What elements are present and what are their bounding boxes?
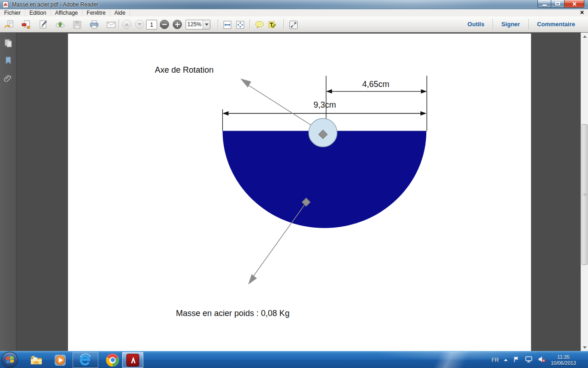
taskbar-adobe-reader-button[interactable] (122, 352, 143, 368)
window-title: Masse en acier.pdf - Adobe Reader (12, 1, 98, 8)
adobe-reader-icon (126, 354, 139, 367)
windows-media-player-icon (54, 354, 67, 367)
clock[interactable]: 11:35 10/06/2013 (551, 354, 576, 366)
sign-icon (38, 19, 49, 30)
page-number-input[interactable] (146, 20, 157, 29)
zoom-in-button[interactable] (173, 20, 182, 29)
maximize-icon (555, 2, 560, 6)
fit-width-button[interactable] (221, 18, 234, 31)
highlight-text-icon (267, 19, 278, 30)
open-button[interactable] (3, 18, 16, 31)
titlebar: Masse en acier.pdf - Adobe Reader (0, 0, 588, 9)
system-tray: FR (492, 351, 588, 368)
open-icon (4, 19, 15, 30)
taskbar-media-player-button[interactable] (50, 351, 71, 368)
minimize-icon (543, 5, 547, 6)
scroll-down-button[interactable] (581, 344, 588, 351)
print-button[interactable] (88, 18, 101, 31)
menu-fenetre[interactable]: Fenêtre (83, 9, 110, 17)
clock-date: 10/06/2013 (551, 360, 576, 366)
diagram (68, 34, 531, 351)
zoom-level-control: 125% (186, 20, 210, 29)
pdf-page: Axe de Rotation 4,65cm 9,3cm Masse en ac… (68, 34, 531, 351)
bookmarks-icon (3, 56, 13, 66)
arrow-down-icon (583, 346, 587, 349)
scroll-up-button[interactable] (581, 33, 588, 40)
maximize-button[interactable] (551, 0, 564, 8)
axis-of-rotation-label: Axe de Rotation (155, 65, 214, 75)
fit-page-icon (235, 19, 246, 30)
toolbar-separator (249, 19, 250, 30)
scrollbar-grip (583, 194, 587, 196)
scrollbar-thumb[interactable] (582, 124, 588, 265)
comment-button[interactable] (253, 18, 266, 31)
attachments-button[interactable] (3, 73, 13, 83)
create-pdf-icon (21, 19, 32, 30)
volume-muted-icon[interactable] (538, 356, 546, 365)
internet-explorer-icon (79, 353, 92, 367)
next-page-button[interactable] (135, 20, 144, 29)
previous-page-button[interactable] (122, 20, 131, 29)
toolbar-separator (218, 19, 218, 30)
minus-icon (162, 24, 167, 25)
bookmarks-button[interactable] (3, 56, 13, 66)
navigation-pane (0, 33, 17, 351)
arrow-up-icon (583, 35, 587, 38)
dimension-half-label: 4,65cm (362, 80, 389, 89)
comment-bubble-icon (254, 19, 265, 30)
menubar: Fichier Edition Affichage Fenêtre Aide (0, 9, 588, 17)
document-viewport: Axe de Rotation 4,65cm 9,3cm Masse en ac… (0, 33, 588, 351)
language-indicator[interactable]: FR (492, 357, 499, 363)
chrome-icon (106, 354, 119, 367)
menu-affichage[interactable]: Affichage (51, 9, 83, 17)
show-hidden-icons-button[interactable] (504, 359, 508, 361)
dimension-full-label: 9,3cm (313, 100, 336, 110)
mass-label: Masse en acier poids : 0,08 Kg (176, 309, 289, 318)
fullscreen-icon (288, 19, 299, 30)
arrow-up-icon (124, 23, 129, 26)
zoom-level-value[interactable]: 125% (186, 20, 203, 29)
menu-fichier[interactable]: Fichier (0, 9, 25, 17)
taskbar-chrome-button[interactable] (102, 351, 123, 368)
fit-page-button[interactable] (234, 18, 247, 31)
email-button[interactable] (105, 18, 118, 31)
windows-logo-icon (6, 356, 14, 363)
arrow-down-icon (137, 23, 142, 26)
comment-panel-button[interactable]: Commentaire (529, 19, 583, 29)
create-pdf-button[interactable] (20, 18, 33, 31)
cloud-upload-button[interactable] (54, 18, 67, 31)
zoom-dropdown-button[interactable] (203, 20, 210, 29)
menu-edition[interactable]: Edition (25, 9, 51, 17)
page-thumbnails-button[interactable] (3, 38, 13, 48)
action-center-flag-icon[interactable] (513, 356, 520, 365)
taskbar-explorer-button[interactable] (26, 351, 47, 368)
vertical-scrollbar[interactable] (581, 33, 588, 351)
tools-button[interactable]: Outils (459, 19, 493, 29)
close-button[interactable] (564, 0, 584, 8)
start-button[interactable] (2, 352, 17, 368)
adobe-reader-app-icon (2, 1, 9, 8)
print-icon (89, 19, 100, 30)
minimize-button[interactable] (537, 0, 551, 8)
windows-explorer-icon (29, 354, 43, 366)
toolbar-actions: Outils Signer Commentaire (459, 17, 583, 32)
zoom-out-button[interactable] (160, 20, 169, 29)
menubar-close-icon[interactable] (579, 10, 585, 15)
fullscreen-button[interactable] (287, 18, 300, 31)
highlight-text-button[interactable] (266, 18, 279, 31)
window-controls (537, 0, 584, 8)
close-icon (572, 1, 577, 6)
save-button[interactable] (71, 18, 84, 31)
toolbar-separator (119, 19, 119, 30)
attachments-icon (3, 73, 13, 83)
taskbar-internet-explorer-button[interactable] (73, 352, 98, 368)
plus-icon (175, 22, 180, 27)
cloud-upload-icon (55, 19, 66, 30)
menu-aide[interactable]: Aide (110, 9, 130, 17)
toolbar: / 1 125% (0, 17, 588, 33)
display-settings-icon[interactable] (525, 356, 533, 365)
toolbar-separator (283, 19, 284, 30)
sign-panel-button[interactable]: Signer (493, 19, 528, 29)
email-icon (106, 19, 117, 30)
sign-button[interactable] (37, 18, 50, 31)
